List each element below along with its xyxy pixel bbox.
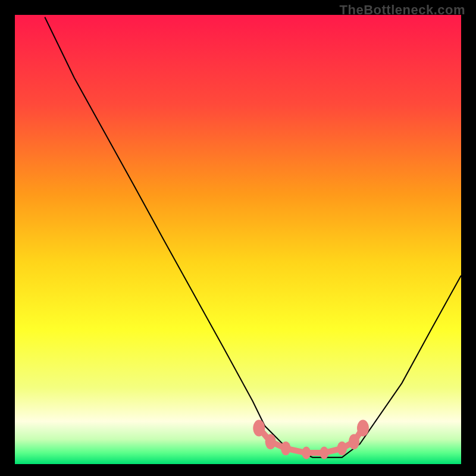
optimal-range-marker	[357, 420, 369, 437]
optimal-range-marker	[337, 441, 347, 455]
watermark-text: TheBottleneck.com	[340, 2, 465, 18]
optimal-range-marker	[281, 441, 291, 455]
bottleneck-chart	[0, 0, 476, 476]
optimal-range-marker	[253, 420, 265, 437]
optimal-range-marker	[265, 434, 276, 449]
gradient-background	[15, 15, 461, 464]
chart-container: TheBottleneck.com	[0, 0, 476, 476]
optimal-range-marker	[320, 447, 328, 459]
optimal-range-marker	[349, 434, 359, 449]
optimal-range-marker	[302, 447, 311, 459]
